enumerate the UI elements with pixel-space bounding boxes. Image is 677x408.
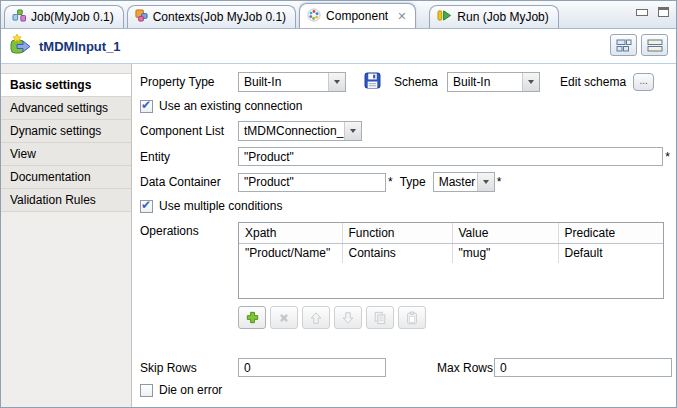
add-row-button[interactable] xyxy=(238,306,266,329)
chevron-down-icon xyxy=(328,73,345,91)
component-settings-window: Job(MyJob 0.1) Contexts(Job MyJob 0.1) C… xyxy=(0,0,677,408)
page-title: tMDMInput_1 xyxy=(39,39,121,54)
job-diagram-icon xyxy=(12,9,26,25)
floppy-disk-icon[interactable] xyxy=(364,72,381,92)
chevron-down-icon xyxy=(522,73,539,91)
chevron-down-icon xyxy=(344,122,361,140)
use-multiple-conditions-checkbox[interactable] xyxy=(140,200,153,213)
use-existing-connection-checkbox[interactable] xyxy=(140,100,153,113)
column-header-xpath: Xpath xyxy=(239,223,342,243)
max-rows-input[interactable] xyxy=(494,358,672,377)
cell-value[interactable]: "mug" xyxy=(452,243,558,263)
operations-toolbar xyxy=(238,306,672,329)
skip-rows-input[interactable] xyxy=(238,358,386,377)
column-header-value: Value xyxy=(452,223,558,243)
die-on-error-label: Die on error xyxy=(159,383,222,397)
edit-schema-button[interactable]: ... xyxy=(633,73,654,91)
copy-button[interactable] xyxy=(366,306,394,329)
max-rows-label: Max Rows xyxy=(437,361,494,375)
tab-contexts-label: Contexts(Job MyJob 0.1) xyxy=(153,10,286,24)
basic-settings-panel: Property Type Built-In Schema Built-In E… xyxy=(132,64,676,408)
tab-job[interactable]: Job(MyJob 0.1) xyxy=(4,5,124,28)
operations-label: Operations xyxy=(140,222,238,238)
sidebar-item-basic-settings[interactable]: Basic settings xyxy=(1,74,131,97)
die-on-error-row: Die on error xyxy=(140,383,672,397)
cell-xpath[interactable]: "Product/Name" xyxy=(239,243,342,263)
close-icon[interactable]: ✕ xyxy=(397,11,406,22)
required-marker: * xyxy=(665,150,670,164)
property-schema-row: Property Type Built-In Schema Built-In E… xyxy=(140,72,672,92)
tab-run[interactable]: Run (Job MyJob) xyxy=(429,5,558,28)
skip-rows-label: Skip Rows xyxy=(140,361,238,375)
cell-function[interactable]: Contains xyxy=(342,243,452,263)
move-down-button[interactable] xyxy=(334,306,362,329)
edit-schema-label: Edit schema xyxy=(560,75,626,89)
data-container-row: Data Container * Type Master * xyxy=(140,172,672,192)
chevron-down-icon xyxy=(477,173,494,191)
die-on-error-checkbox[interactable] xyxy=(140,384,153,397)
entity-input[interactable] xyxy=(238,147,663,166)
type-label: Type xyxy=(400,175,426,189)
use-multiple-conditions-label: Use multiple conditions xyxy=(159,199,282,213)
run-play-icon xyxy=(437,9,452,25)
schema-label: Schema xyxy=(394,75,438,89)
maximize-icon[interactable] xyxy=(658,7,669,17)
remove-row-button[interactable] xyxy=(270,306,298,329)
component-list-row: Component List tMDMConnection_1 xyxy=(140,121,672,141)
minimize-icon[interactable] xyxy=(636,9,648,16)
sidebar-item-advanced-settings[interactable]: Advanced settings xyxy=(1,97,131,120)
cell-predicate[interactable]: Default xyxy=(558,243,663,263)
property-type-dropdown[interactable]: Built-In xyxy=(238,72,346,92)
sidebar-item-dynamic-settings[interactable]: Dynamic settings xyxy=(1,120,131,143)
data-container-input[interactable] xyxy=(238,173,386,192)
tmdm-component-icon xyxy=(9,34,32,59)
use-existing-connection-label: Use an existing connection xyxy=(159,99,302,113)
use-multiple-conditions-row: Use multiple conditions xyxy=(140,199,672,213)
schema-dropdown[interactable]: Built-In xyxy=(447,72,540,92)
component-header: tMDMInput_1 xyxy=(1,29,676,64)
data-container-label: Data Container xyxy=(140,175,238,189)
component-list-label: Component List xyxy=(140,124,238,138)
view-tabbar: Job(MyJob 0.1) Contexts(Job MyJob 0.1) C… xyxy=(1,1,676,29)
sidebar-item-view[interactable]: View xyxy=(1,143,131,166)
tab-contexts[interactable]: Contexts(Job MyJob 0.1) xyxy=(127,5,296,28)
sidebar-item-documentation[interactable]: Documentation xyxy=(1,166,131,189)
grid-layout-button[interactable] xyxy=(610,34,637,56)
column-header-predicate: Predicate xyxy=(558,223,663,243)
required-marker: * xyxy=(497,175,502,189)
property-type-label: Property Type xyxy=(140,75,238,89)
component-dots-icon xyxy=(307,8,321,25)
operations-row: Operations Xpath Function Value Predicat… xyxy=(140,222,672,329)
tab-component-label: Component xyxy=(326,9,388,23)
use-existing-connection-row: Use an existing connection xyxy=(140,99,672,113)
skip-max-rows-row: Skip Rows Max Rows xyxy=(140,358,672,377)
view-controls xyxy=(636,7,669,17)
tab-run-label: Run (Job MyJob) xyxy=(457,10,548,24)
entity-row: Entity * xyxy=(140,147,672,166)
type-dropdown[interactable]: Master xyxy=(433,172,495,192)
required-marker: * xyxy=(388,175,393,189)
settings-sidebar: Basic settings Advanced settings Dynamic… xyxy=(1,64,132,408)
move-up-button[interactable] xyxy=(302,306,330,329)
component-list-dropdown[interactable]: tMDMConnection_1 xyxy=(238,121,362,141)
row-layout-button[interactable] xyxy=(641,34,668,56)
table-row[interactable]: "Product/Name" Contains "mug" Default xyxy=(239,243,663,263)
paste-button[interactable] xyxy=(398,306,426,329)
column-header-function: Function xyxy=(342,223,452,243)
contexts-icon xyxy=(135,9,148,25)
operations-table: Xpath Function Value Predicate "Product/… xyxy=(238,222,664,299)
operations-header-row: Xpath Function Value Predicate xyxy=(239,223,663,243)
tab-component[interactable]: Component ✕ xyxy=(299,3,416,28)
tab-job-label: Job(MyJob 0.1) xyxy=(31,10,114,24)
entity-label: Entity xyxy=(140,150,238,164)
sidebar-item-validation-rules[interactable]: Validation Rules xyxy=(1,189,131,212)
